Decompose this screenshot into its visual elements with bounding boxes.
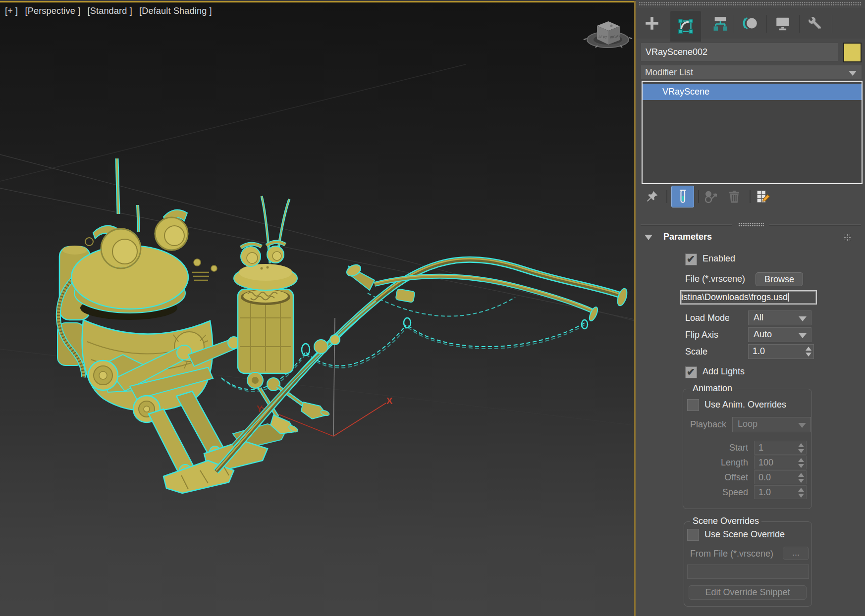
- modifier-stack-entry-vrayscene[interactable]: VRayScene: [643, 84, 862, 100]
- scene-overrides-group-title: Scene Overrides: [690, 516, 761, 526]
- test-tube-icon: [676, 189, 690, 205]
- playback-label: Playback: [690, 419, 726, 430]
- configure-modifier-sets-button[interactable]: [755, 186, 771, 207]
- viewport-shading-menu[interactable]: [Default Shading ]: [139, 6, 212, 16]
- animation-group-title: Animation: [690, 383, 735, 394]
- toolbar-separator: [666, 190, 667, 203]
- use-anim-overrides-checkbox[interactable]: [687, 399, 699, 411]
- from-file-label: From File (*.vrscene): [690, 549, 778, 559]
- flip-axis-value: Auto: [754, 329, 772, 339]
- length-spinner-field[interactable]: 100: [754, 456, 807, 469]
- divider-grip[interactable]: [738, 222, 764, 227]
- use-anim-overrides-label: Use Anim. Overrides: [704, 400, 786, 410]
- viewport-general-menu[interactable]: [+ ]: [5, 6, 18, 16]
- show-end-result-button[interactable]: [671, 186, 694, 207]
- active-viewport-border-top: [0, 1, 636, 2]
- text-caret: [788, 293, 789, 302]
- chevron-down-icon: [799, 333, 807, 338]
- panel-drag-handle[interactable]: [639, 1, 862, 6]
- remove-modifier-button[interactable]: [726, 186, 743, 207]
- flip-axis-dropdown[interactable]: Auto: [748, 327, 811, 342]
- load-mode-dropdown[interactable]: All: [748, 310, 811, 325]
- modifier-list-dropdown[interactable]: Modifier List: [641, 65, 862, 80]
- tab-display[interactable]: [770, 11, 795, 36]
- tab-separator: [734, 15, 734, 33]
- chevron-down-icon: [798, 423, 806, 428]
- viewcube[interactable]: LEFT RIGHT: [584, 21, 632, 48]
- scale-spinner-field[interactable]: 1.0: [748, 344, 814, 359]
- file-label: File (*.vrscene): [685, 274, 750, 284]
- tab-create[interactable]: [640, 11, 664, 36]
- utilities-wrench-icon: [807, 15, 824, 32]
- object-color-swatch[interactable]: [843, 43, 862, 62]
- configure-sets-icon: [755, 189, 771, 205]
- use-scene-override-checkbox[interactable]: [687, 529, 699, 541]
- rollout-open-triangle-icon: [645, 235, 652, 240]
- viewport-pov-menu[interactable]: [Perspective ]: [25, 6, 81, 16]
- file-path-text: istina\Downloads\frogs.usd: [681, 292, 788, 302]
- start-value: 1: [758, 443, 763, 453]
- pin-icon: [645, 189, 659, 204]
- playback-dropdown[interactable]: Loop: [732, 417, 811, 432]
- load-mode-label: Load Mode: [685, 313, 729, 323]
- toolbar-separator: [750, 190, 751, 203]
- tab-hierarchy[interactable]: [708, 11, 733, 36]
- parameters-rollout-header[interactable]: Parameters: [639, 229, 862, 248]
- command-panel: VRayScene002 Modifier List VRayScene: [636, 0, 865, 616]
- spinner-arrows[interactable]: [798, 458, 805, 468]
- display-icon: [774, 15, 791, 32]
- make-unique-icon: [703, 189, 718, 205]
- start-spinner-field[interactable]: 1: [754, 441, 807, 455]
- viewport-scene: X Y LEFT RIGHT: [0, 0, 636, 616]
- chevron-down-icon: [849, 71, 857, 76]
- speed-value: 1.0: [758, 487, 771, 497]
- object-name-input[interactable]: VRayScene002: [641, 43, 838, 61]
- modifier-stack[interactable]: VRayScene: [642, 81, 863, 184]
- spinner-arrows[interactable]: [798, 487, 805, 498]
- from-file-input[interactable]: [687, 565, 809, 579]
- tab-motion[interactable]: [738, 11, 762, 36]
- viewport-renderer-menu[interactable]: [Standard ]: [88, 6, 132, 16]
- speed-spinner-field[interactable]: 1.0: [754, 485, 807, 499]
- add-lights-checkbox[interactable]: [685, 366, 697, 378]
- offset-value: 0.0: [758, 472, 771, 482]
- toolbar-separator: [698, 190, 699, 203]
- modify-icon: [677, 17, 695, 35]
- chevron-down-icon: [799, 316, 807, 321]
- rollout-divider: [641, 222, 861, 227]
- speed-label: Speed: [690, 487, 748, 498]
- hierarchy-icon: [712, 15, 729, 32]
- file-path-input[interactable]: istina\Downloads\frogs.usd: [680, 290, 817, 305]
- offset-label: Offset: [690, 472, 748, 483]
- command-panel-tabs: [636, 8, 865, 39]
- spinner-arrows[interactable]: [798, 443, 805, 454]
- spinner-arrows[interactable]: [798, 472, 805, 483]
- browse-button[interactable]: Browse: [756, 272, 803, 286]
- scale-label: Scale: [685, 347, 707, 357]
- pin-stack-button[interactable]: [644, 186, 660, 207]
- use-scene-override-label: Use Scene Override: [704, 529, 785, 540]
- tab-utilities[interactable]: [803, 11, 828, 36]
- tab-modify[interactable]: [670, 11, 701, 42]
- make-unique-button[interactable]: [702, 186, 719, 207]
- viewport[interactable]: [+ ] [Perspective ] [Standard ] [Default…: [0, 0, 636, 616]
- axis-x-label: X: [386, 396, 393, 406]
- length-value: 100: [758, 458, 773, 467]
- scale-value: 1.0: [753, 346, 765, 356]
- playback-value: Loop: [738, 419, 757, 429]
- modifier-stack-toolbar: [636, 185, 865, 208]
- flip-axis-label: Flip Axis: [685, 330, 718, 340]
- offset-spinner-field[interactable]: 0.0: [754, 470, 807, 484]
- add-lights-label: Add Lights: [703, 366, 745, 377]
- rollout-drag-dots-icon[interactable]: [844, 234, 851, 241]
- start-label: Start: [690, 443, 748, 453]
- tab-separator: [799, 15, 800, 33]
- from-file-browse-button[interactable]: ...: [783, 547, 809, 560]
- edit-override-snippet-button[interactable]: Edit Override Snippet: [689, 585, 807, 600]
- enabled-checkbox[interactable]: [685, 254, 697, 265]
- length-label: Length: [690, 458, 748, 468]
- spinner-arrows[interactable]: [805, 346, 812, 357]
- rollout-title: Parameters: [663, 232, 712, 242]
- active-viewport-border-right: [634, 1, 636, 616]
- modifier-list-label: Modifier List: [645, 67, 693, 77]
